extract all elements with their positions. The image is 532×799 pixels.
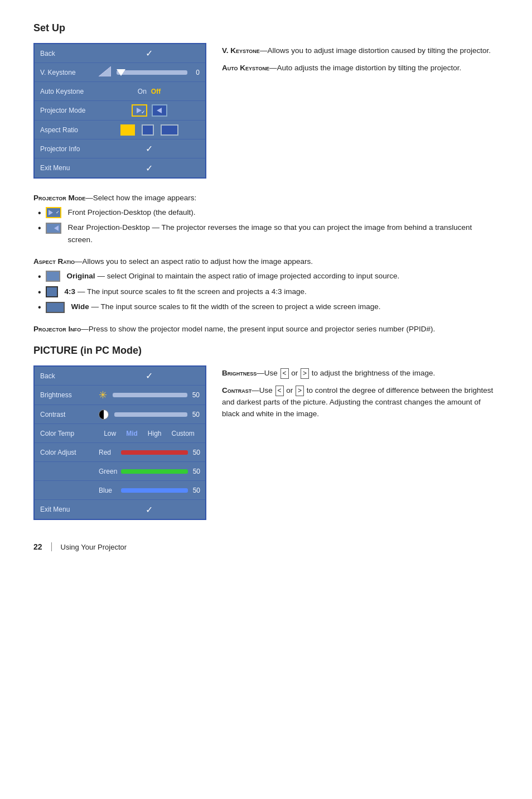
bullet-43: • 4:3 — The input source scales to fit t… [38,286,499,298]
pic-value-contrast: 50 [99,410,200,420]
autokeystone-dash: — [269,64,277,72]
blue-label: Blue [99,487,118,494]
bullet-orig-text: Original — select Original to maintain t… [67,270,400,282]
pic-label-exit: Exit Menu [40,506,99,513]
picture-desc: Brightness—Use < or > to adjust the brig… [222,365,499,520]
menu-row-projinfo[interactable]: Projector Info ✓ [35,139,205,158]
projector-info-section: Projector Info—Press to show the project… [33,323,499,335]
menu-value-projinfo: ✓ [99,143,200,154]
aspect-43-icon [142,124,154,136]
menu-label-autokeystone: Auto Keystone [40,88,99,95]
menu-row-vkeystone[interactable]: V. Keystone 0 [35,63,205,82]
setup-desc: V. Keystone—Allows you to adjust image d… [222,43,499,179]
contrast-value: 50 [191,411,200,418]
brightness-gt-bracket: > [301,368,309,379]
pic-label-contrast: Contrast [40,411,99,418]
menu-value-autokeystone: On Off [99,88,200,95]
menu-row-autokeystone[interactable]: Auto Keystone On Off [35,82,205,101]
pic-menu-color-red[interactable]: Color Adjust Red 50 [35,443,205,462]
aspect-bullets: • Original — select Original to maintain… [38,270,499,313]
picture-section: PICTURE (in PC Mode) Back ✓ Brightness ✳… [33,345,499,520]
green-value: 50 [191,468,200,475]
menu-value-exit: ✓ [99,163,200,174]
blue-slider[interactable] [121,488,188,493]
menu-label-aspect: Aspect Ratio [40,126,99,134]
aspect-title: Aspect Ratio [33,257,75,266]
front-proj-inline-icon: ✓ [46,206,61,219]
keystone-icon [99,66,111,78]
rear-proj-inline-icon [46,222,61,234]
bullet-dot-2: • [38,224,41,233]
pic-label-back: Back [40,372,99,380]
aspect-orig-icon [120,124,135,136]
projmode-bullets: • ✓ Front Projection-Desktop (the defaul… [38,206,499,246]
projector-mode-section: Projector Mode—Select how the image appe… [33,192,499,246]
bullet-rear-text: Rear Projection-Desktop — The projector … [68,222,499,246]
menu-value-projmode: ✓ [99,104,200,117]
rear-arrow-icon [157,108,162,113]
pic-menu-color-blue[interactable]: Blue 50 [35,481,205,500]
menu-row-exit[interactable]: Exit Menu ✓ [35,158,205,177]
pic-value-colortemp: Low Mid High Custom [99,430,200,437]
footer-text: Using Your Projector [61,543,127,551]
check-icon-4: ✓ [146,370,153,381]
menu-value-back: ✓ [99,48,200,59]
bullet-43-text: 4:3 — The input source scales to fit the… [65,286,307,298]
pic-menu-contrast[interactable]: Contrast 50 [35,405,205,424]
aspect-wide-inline-icon [46,301,65,313]
vkeystone-slider[interactable] [117,70,187,75]
menu-row-back[interactable]: Back ✓ [35,44,205,63]
bullet-wide: • Wide — The input source scales to fit … [38,301,499,313]
red-label: Red [99,449,118,456]
autokeystone-title: Auto Keystone [222,64,269,72]
svg-marker-0 [99,66,111,76]
brightness-sun-icon: ✳ [99,389,107,401]
footer-divider [51,542,52,551]
setup-menu-panel: Back ✓ V. Keystone [33,43,206,179]
colortemp-high[interactable]: High [148,430,162,437]
toggle-off: Off [151,88,161,95]
toggle-on: On [138,88,147,95]
colortemp-custom[interactable]: Custom [172,430,195,437]
projinfo-text: Projector Info—Press to show the project… [33,323,499,335]
pic-value-green: Green 50 [99,468,200,475]
colortemp-mid[interactable]: Mid [126,430,138,437]
aspect-43-inline-icon [46,286,58,298]
pic-menu-back[interactable]: Back ✓ [35,367,205,386]
pic-value-red: Red 50 [99,449,200,456]
contrast-title: Contrast [222,386,252,394]
bullet-wide-text: Wide — The input source scales to fit th… [71,301,381,313]
front-proj-icon: ✓ [132,104,147,117]
bullet-original: • Original — select Original to maintain… [38,270,499,282]
vkeystone-desc: V. Keystone—Allows you to adjust image d… [222,45,499,57]
pic-value-exit: ✓ [99,504,200,515]
vkeystone-value: 0 [191,69,200,76]
projmode-title: Projector Mode [33,194,85,202]
menu-label-vkeystone: V. Keystone [40,69,99,76]
menu-label-projmode: Projector Mode [40,107,99,114]
contrast-desc: Contrast—Use < or > to control the degre… [222,385,499,420]
bullet-dot-5: • [38,303,41,312]
pic-label-coloradjust: Color Adjust [40,449,99,456]
pic-menu-exit[interactable]: Exit Menu ✓ [35,500,205,519]
proj-mode-icons: ✓ [132,104,167,117]
pic-menu-brightness[interactable]: Brightness ✳ 50 [35,386,205,405]
vkeystone-dash: — [260,46,268,55]
check-icon: ✓ [146,48,153,59]
brightness-value: 50 [191,391,200,399]
brightness-slider[interactable] [113,393,187,397]
contrast-slider[interactable] [114,412,187,417]
green-slider[interactable] [121,469,188,474]
pic-menu-color-green[interactable]: Green 50 [35,462,205,481]
rear-proj-icon [152,104,167,117]
pic-menu-colortemp[interactable]: Color Temp Low Mid High Custom [35,424,205,443]
colortemp-low[interactable]: Low [104,430,116,437]
picture-menu-panel: Back ✓ Brightness ✳ 50 Contrast [33,365,206,520]
menu-label-exit: Exit Menu [40,164,99,172]
menu-row-projmode[interactable]: Projector Mode ✓ [35,101,205,121]
red-slider[interactable] [121,450,188,455]
bullet-dot-3: • [38,272,41,281]
menu-row-aspect[interactable]: Aspect Ratio [35,121,205,139]
blue-value: 50 [191,487,200,494]
slider-thumb [117,69,125,76]
